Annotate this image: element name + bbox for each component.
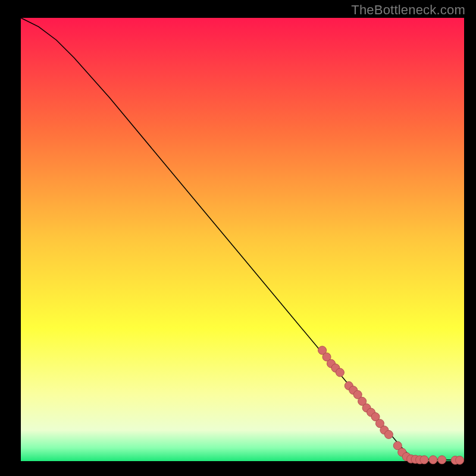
watermark-text: TheBottleneck.com [351,2,465,18]
data-marker [438,456,446,464]
svg-rect-0 [21,18,464,461]
data-marker [384,430,393,439]
data-marker [456,456,464,465]
data-marker [336,368,344,377]
plot-area [21,18,464,465]
data-marker [429,456,437,464]
bottleneck-chart [0,0,476,476]
data-marker [420,456,428,464]
chart-frame: TheBottleneck.com [0,0,476,476]
